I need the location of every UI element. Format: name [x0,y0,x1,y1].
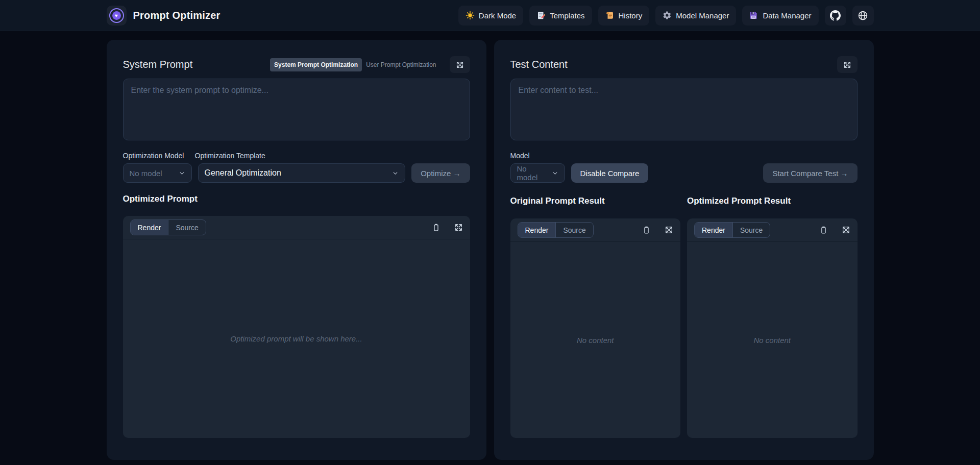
system-prompt-title: System Prompt [123,59,193,70]
optimized-result-column: Optimized Prompt Result Render Source [687,196,857,438]
optimization-template-select[interactable]: General Optimization [198,163,406,183]
original-result-column: Original Prompt Result Render Source [510,196,681,438]
expand-icon [456,61,464,69]
system-prompt-input[interactable] [123,79,470,140]
history-button[interactable]: History [598,6,650,26]
heart-icon: ♥ [112,11,121,20]
optimized-prompt-empty-text: Optimized prompt will be shown here... [230,334,362,343]
tab-source[interactable]: Source [168,220,205,235]
optimized-prompt-heading: Optimized Prompt [123,194,470,204]
test-content-panel: Test Content Model No model Disab [494,40,874,460]
expand-result-button[interactable] [842,226,850,234]
logo-ring: ♥ [109,8,124,23]
language-button[interactable] [852,6,874,26]
optimized-prompt-panel: Render Source [123,216,470,438]
tab-source[interactable]: Source [732,223,770,237]
gear-icon [663,11,672,20]
test-model-select[interactable]: No model [510,163,565,183]
expand-icon [665,226,673,234]
model-manager-label: Model Manager [676,11,729,20]
tab-source[interactable]: Source [555,223,593,237]
optimization-model-label: Optimization Model [123,152,195,160]
expand-result-button[interactable] [454,223,463,232]
sun-icon [465,11,475,20]
model-manager-button[interactable]: Model Manager [655,6,736,26]
dark-mode-label: Dark Mode [479,11,516,20]
original-prompt-result-panel: Render Source [510,218,681,438]
chevron-down-icon [552,170,558,177]
original-prompt-result-heading: Original Prompt Result [510,196,681,206]
original-result-empty-text: No content [577,336,614,345]
render-source-tabs: Render Source [518,222,594,238]
expand-result-button[interactable] [665,226,673,234]
model-label: Model [510,152,530,160]
render-source-tabs: Render Source [694,222,770,238]
chevron-down-icon [392,170,399,177]
optimization-template-value: General Optimization [205,168,281,178]
optimized-prompt-result-panel: Render Source [687,218,857,438]
fullscreen-button[interactable] [450,56,470,73]
copy-icon [642,226,651,234]
expand-icon [842,226,850,234]
optimization-mode-toggle: System Prompt Optimization User Prompt O… [270,58,440,71]
copy-button[interactable] [642,226,651,234]
optimized-prompt-result-heading: Optimized Prompt Result [687,196,857,206]
nav-actions: Dark Mode Templates History Model Manage… [458,6,874,26]
test-content-input[interactable] [510,79,857,140]
app-title: Prompt Optimizer [133,10,220,21]
github-button[interactable] [825,6,846,26]
copy-icon [432,223,440,232]
fullscreen-button[interactable] [837,56,857,73]
globe-icon [857,10,868,21]
optimization-model-value: No model [130,169,162,178]
copy-icon [819,226,828,234]
chevron-down-icon [179,170,185,177]
mode-user-prompt-optimization[interactable]: User Prompt Optimization [362,58,440,71]
disable-compare-button[interactable]: Disable Compare [571,163,649,183]
expand-icon [843,61,851,69]
optimize-button[interactable]: Optimize → [411,163,470,183]
tab-render[interactable]: Render [131,220,168,235]
system-prompt-panel: System Prompt System Prompt Optimization… [107,40,486,460]
floppy-disk-icon [749,11,758,20]
history-label: History [619,11,643,20]
test-content-title: Test Content [510,59,568,70]
top-navigation-bar: ♥ Prompt Optimizer Dark Mode Templates [0,0,980,31]
optimization-model-select[interactable]: No model [123,163,192,183]
tab-render[interactable]: Render [518,223,556,237]
memo-pencil-icon [536,11,546,20]
scroll-icon [605,11,615,20]
brand: ♥ Prompt Optimizer [107,6,220,26]
optimized-result-empty-text: No content [753,336,791,345]
expand-icon [454,223,463,232]
app-logo: ♥ [107,6,127,26]
start-compare-test-button[interactable]: Start Compare Test → [763,163,857,183]
templates-button[interactable]: Templates [529,6,592,26]
tab-render[interactable]: Render [695,223,732,237]
data-manager-button[interactable]: Data Manager [742,6,818,26]
mode-system-prompt-optimization[interactable]: System Prompt Optimization [270,58,362,71]
copy-button[interactable] [819,226,828,234]
render-source-tabs: Render Source [130,219,206,235]
data-manager-label: Data Manager [763,11,811,20]
templates-label: Templates [550,11,584,20]
optimization-template-label: Optimization Template [195,152,265,160]
github-icon [830,10,841,21]
test-model-value: No model [517,164,547,182]
dark-mode-button[interactable]: Dark Mode [458,6,523,26]
copy-button[interactable] [432,223,440,232]
